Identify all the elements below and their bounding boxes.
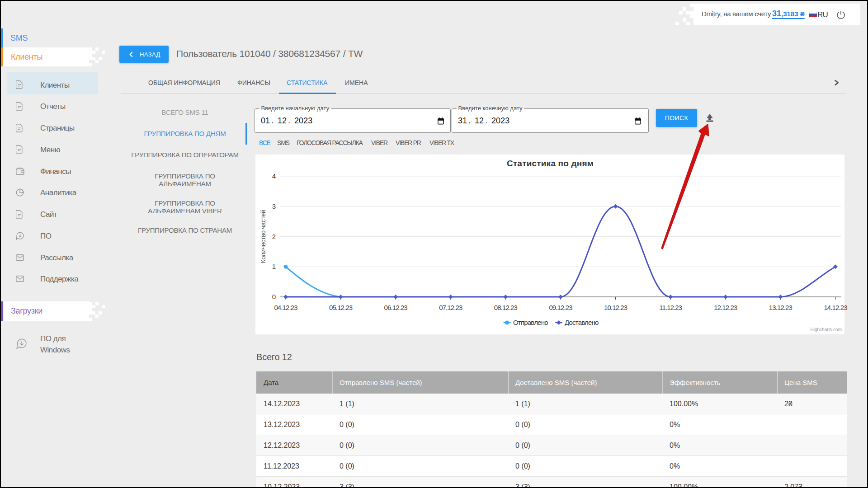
svg-text:0: 0 bbox=[272, 293, 276, 300]
svg-text:04.12.23: 04.12.23 bbox=[274, 304, 297, 311]
svg-text:Highcharts.com: Highcharts.com bbox=[811, 327, 842, 332]
svg-text:10.12.23: 10.12.23 bbox=[604, 304, 627, 311]
svg-text:08.12.23: 08.12.23 bbox=[494, 304, 518, 311]
svg-text:09.12.23: 09.12.23 bbox=[549, 304, 572, 311]
svg-text:1: 1 bbox=[272, 263, 276, 270]
svg-text:3: 3 bbox=[272, 202, 276, 210]
svg-text:05.12.23: 05.12.23 bbox=[329, 304, 353, 311]
svg-text:11.12.23: 11.12.23 bbox=[659, 304, 682, 311]
svg-text:Статистика по дням: Статистика по дням bbox=[507, 159, 594, 168]
svg-text:Доставлено: Доставлено bbox=[565, 319, 599, 326]
svg-text:07.12.23: 07.12.23 bbox=[439, 304, 462, 311]
svg-text:06.12.23: 06.12.23 bbox=[384, 304, 408, 311]
svg-text:4: 4 bbox=[272, 172, 276, 180]
svg-text:13.12.23: 13.12.23 bbox=[769, 304, 793, 311]
svg-text:Отправлено: Отправлено bbox=[513, 319, 548, 326]
svg-text:12.12.23: 12.12.23 bbox=[714, 304, 737, 311]
svg-text:14.12.23: 14.12.23 bbox=[824, 304, 847, 311]
svg-text:2: 2 bbox=[272, 233, 276, 240]
svg-text:Количество частей: Количество частей bbox=[259, 210, 267, 263]
